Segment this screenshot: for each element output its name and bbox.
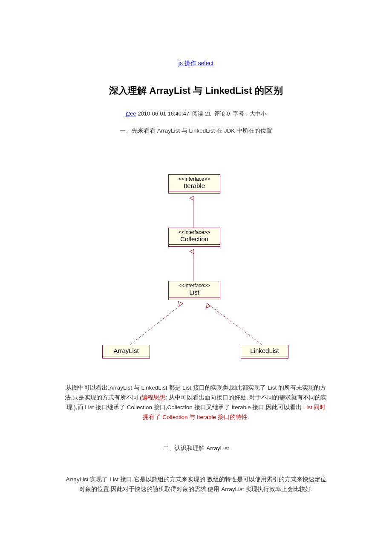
uml-classname: ArrayList [103,345,150,356]
page-title: 深入理解 ArrayList 与 LinkedList 的区别 [64,84,328,97]
uml-classname: Iterable [169,182,220,191]
section2-heading: 二、认识和理解 ArrayList [64,444,328,454]
font-label: 字号： [233,110,250,117]
uml-classname: Collection [169,235,220,244]
post-meta: j2ee 2010-06-01 16:40:47 阅读 21 评论 0 字号：大… [64,110,328,118]
uml-list: <<interface>> List [168,281,220,300]
uml-classname: LinkedList [241,345,288,356]
para1-part-c: . [248,414,249,420]
comments-count: 0 [227,110,230,117]
top-link[interactable]: js 操作 select [179,60,213,66]
uml-iterable: <<Interface>> Iterable [168,174,220,194]
reads-count: 21 [205,110,211,117]
uml-collection: <<interface>> Collection [168,228,220,247]
uml-stereotype: <<Interface>> [169,175,220,182]
uml-stereotype: <<interface>> [169,228,220,235]
uml-arraylist: ArrayList [102,345,150,358]
font-options[interactable]: 大中小 [250,110,266,117]
section1-heading: 一、先来看看 ArrayList 与 LinkedList 在 JDK 中所在的… [64,126,328,136]
paragraph-1: 从图中可以看出,ArrayList 与 LinkedList 都是 List 接… [64,383,328,422]
uml-linkedlist: LinkedList [241,345,288,358]
svg-line-3 [209,305,262,345]
paragraph-2: ArrayList 实现了 List 接口,它是以数组的方式来实现的,数组的特性… [64,475,328,494]
category-link[interactable]: j2ee [126,110,136,117]
post-datetime: 2010-06-01 16:40:47 [138,110,189,117]
comments-label: 评论 [214,110,225,117]
uml-classname: List [169,289,220,298]
uml-stereotype: <<interface>> [169,281,220,289]
reads-label: 阅读 [192,110,203,117]
para1-highlight-1: 编程思想 [141,394,165,401]
svg-line-2 [130,305,181,345]
uml-diagram: <<Interface>> Iterable <<interface>> Col… [94,174,298,370]
